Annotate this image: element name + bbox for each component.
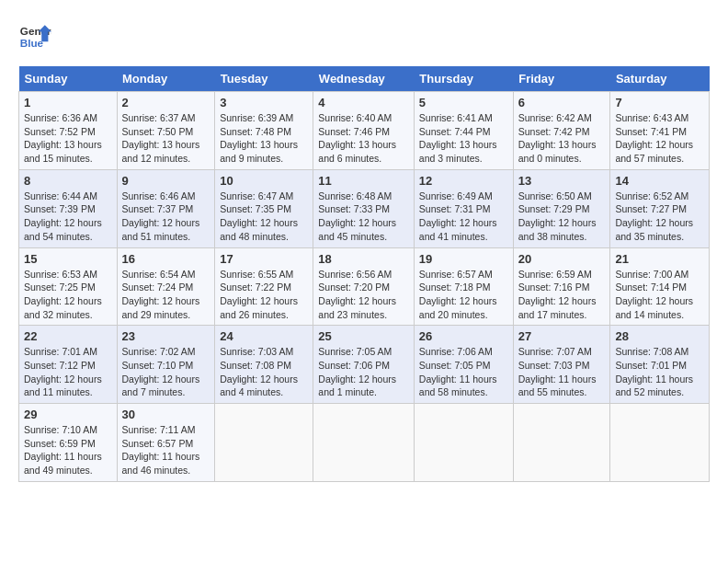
calendar-cell: 9Sunrise: 6:46 AM Sunset: 7:37 PM Daylig… bbox=[117, 169, 215, 247]
day-number: 4 bbox=[318, 96, 409, 109]
calendar-cell: 3Sunrise: 6:39 AM Sunset: 7:48 PM Daylig… bbox=[215, 92, 313, 170]
day-info: Sunrise: 7:06 AM Sunset: 7:05 PM Dayligh… bbox=[419, 345, 508, 399]
svg-text:Blue: Blue bbox=[20, 37, 44, 49]
day-number: 13 bbox=[518, 174, 606, 188]
day-number: 11 bbox=[318, 174, 409, 188]
column-header-wednesday: Wednesday bbox=[313, 66, 415, 92]
day-info: Sunrise: 7:01 AM Sunset: 7:12 PM Dayligh… bbox=[24, 345, 112, 399]
day-number: 1 bbox=[24, 96, 112, 109]
day-info: Sunrise: 6:52 AM Sunset: 7:27 PM Dayligh… bbox=[615, 190, 704, 244]
day-info: Sunrise: 6:47 AM Sunset: 7:35 PM Dayligh… bbox=[220, 190, 308, 244]
calendar-cell: 25Sunrise: 7:05 AM Sunset: 7:06 PM Dayli… bbox=[313, 326, 415, 404]
day-info: Sunrise: 6:39 AM Sunset: 7:48 PM Dayligh… bbox=[220, 111, 308, 166]
day-number: 18 bbox=[318, 252, 409, 266]
calendar-cell: 15Sunrise: 6:53 AM Sunset: 7:25 PM Dayli… bbox=[19, 247, 118, 326]
calendar-cell bbox=[610, 404, 710, 482]
column-header-monday: Monday bbox=[117, 66, 215, 92]
day-info: Sunrise: 6:57 AM Sunset: 7:18 PM Dayligh… bbox=[419, 268, 508, 322]
calendar-cell: 29Sunrise: 7:10 AM Sunset: 6:59 PM Dayli… bbox=[19, 404, 118, 482]
day-number: 29 bbox=[24, 408, 112, 421]
day-number: 27 bbox=[518, 329, 606, 343]
calendar-cell: 11Sunrise: 6:48 AM Sunset: 7:33 PM Dayli… bbox=[313, 169, 415, 247]
column-header-thursday: Thursday bbox=[414, 66, 513, 92]
calendar-cell bbox=[513, 404, 610, 482]
day-info: Sunrise: 6:48 AM Sunset: 7:33 PM Dayligh… bbox=[318, 190, 409, 244]
day-number: 5 bbox=[419, 96, 508, 109]
day-info: Sunrise: 7:08 AM Sunset: 7:01 PM Dayligh… bbox=[615, 345, 704, 399]
calendar-cell: 8Sunrise: 6:44 AM Sunset: 7:39 PM Daylig… bbox=[19, 169, 118, 247]
day-info: Sunrise: 6:54 AM Sunset: 7:24 PM Dayligh… bbox=[122, 268, 210, 322]
day-info: Sunrise: 6:49 AM Sunset: 7:31 PM Dayligh… bbox=[419, 190, 508, 244]
day-info: Sunrise: 7:00 AM Sunset: 7:14 PM Dayligh… bbox=[615, 268, 704, 322]
day-number: 19 bbox=[419, 252, 508, 266]
day-info: Sunrise: 6:55 AM Sunset: 7:22 PM Dayligh… bbox=[220, 268, 308, 322]
day-info: Sunrise: 7:02 AM Sunset: 7:10 PM Dayligh… bbox=[122, 345, 210, 399]
day-info: Sunrise: 7:07 AM Sunset: 7:03 PM Dayligh… bbox=[518, 345, 606, 399]
calendar-cell: 27Sunrise: 7:07 AM Sunset: 7:03 PM Dayli… bbox=[513, 326, 610, 404]
day-number: 26 bbox=[419, 329, 508, 343]
day-number: 6 bbox=[518, 96, 606, 109]
calendar-cell bbox=[414, 404, 513, 482]
day-number: 10 bbox=[220, 174, 308, 188]
calendar-cell: 5Sunrise: 6:41 AM Sunset: 7:44 PM Daylig… bbox=[414, 92, 513, 170]
calendar-cell: 12Sunrise: 6:49 AM Sunset: 7:31 PM Dayli… bbox=[414, 169, 513, 247]
page-header: General Blue bbox=[18, 18, 710, 52]
day-number: 3 bbox=[220, 96, 308, 109]
column-header-saturday: Saturday bbox=[610, 66, 710, 92]
calendar-cell: 6Sunrise: 6:42 AM Sunset: 7:42 PM Daylig… bbox=[513, 92, 610, 170]
day-number: 7 bbox=[615, 96, 704, 109]
calendar-cell: 20Sunrise: 6:59 AM Sunset: 7:16 PM Dayli… bbox=[513, 247, 610, 326]
calendar-cell: 10Sunrise: 6:47 AM Sunset: 7:35 PM Dayli… bbox=[215, 169, 313, 247]
logo-icon: General Blue bbox=[18, 18, 51, 52]
day-number: 15 bbox=[24, 252, 112, 266]
calendar-cell: 28Sunrise: 7:08 AM Sunset: 7:01 PM Dayli… bbox=[610, 326, 710, 404]
column-header-tuesday: Tuesday bbox=[215, 66, 313, 92]
calendar-cell: 2Sunrise: 6:37 AM Sunset: 7:50 PM Daylig… bbox=[117, 92, 215, 170]
day-number: 28 bbox=[615, 329, 704, 343]
calendar-cell: 18Sunrise: 6:56 AM Sunset: 7:20 PM Dayli… bbox=[313, 247, 415, 326]
day-number: 22 bbox=[24, 329, 112, 343]
day-info: Sunrise: 6:36 AM Sunset: 7:52 PM Dayligh… bbox=[24, 111, 112, 166]
day-number: 23 bbox=[122, 329, 210, 343]
day-info: Sunrise: 6:44 AM Sunset: 7:39 PM Dayligh… bbox=[24, 190, 112, 244]
day-info: Sunrise: 6:50 AM Sunset: 7:29 PM Dayligh… bbox=[518, 190, 606, 244]
calendar-cell: 24Sunrise: 7:03 AM Sunset: 7:08 PM Dayli… bbox=[215, 326, 313, 404]
day-info: Sunrise: 6:59 AM Sunset: 7:16 PM Dayligh… bbox=[518, 268, 606, 322]
day-info: Sunrise: 6:53 AM Sunset: 7:25 PM Dayligh… bbox=[24, 268, 112, 322]
day-number: 8 bbox=[24, 174, 112, 188]
calendar-cell: 23Sunrise: 7:02 AM Sunset: 7:10 PM Dayli… bbox=[117, 326, 215, 404]
day-number: 24 bbox=[220, 329, 308, 343]
day-number: 12 bbox=[419, 174, 508, 188]
day-info: Sunrise: 6:46 AM Sunset: 7:37 PM Dayligh… bbox=[122, 190, 210, 244]
calendar-cell: 26Sunrise: 7:06 AM Sunset: 7:05 PM Dayli… bbox=[414, 326, 513, 404]
calendar-cell: 19Sunrise: 6:57 AM Sunset: 7:18 PM Dayli… bbox=[414, 247, 513, 326]
calendar-cell: 22Sunrise: 7:01 AM Sunset: 7:12 PM Dayli… bbox=[19, 326, 118, 404]
day-info: Sunrise: 6:56 AM Sunset: 7:20 PM Dayligh… bbox=[318, 268, 409, 322]
logo: General Blue bbox=[18, 18, 51, 52]
week-row-1: 1Sunrise: 6:36 AM Sunset: 7:52 PM Daylig… bbox=[19, 92, 710, 170]
calendar-cell: 4Sunrise: 6:40 AM Sunset: 7:46 PM Daylig… bbox=[313, 92, 415, 170]
day-info: Sunrise: 6:37 AM Sunset: 7:50 PM Dayligh… bbox=[122, 111, 210, 166]
day-number: 20 bbox=[518, 252, 606, 266]
calendar-cell: 16Sunrise: 6:54 AM Sunset: 7:24 PM Dayli… bbox=[117, 247, 215, 326]
day-info: Sunrise: 7:11 AM Sunset: 6:57 PM Dayligh… bbox=[122, 423, 210, 477]
day-number: 2 bbox=[122, 96, 210, 109]
day-number: 14 bbox=[615, 174, 704, 188]
day-number: 17 bbox=[220, 252, 308, 266]
day-info: Sunrise: 6:43 AM Sunset: 7:41 PM Dayligh… bbox=[615, 111, 704, 166]
calendar-cell: 13Sunrise: 6:50 AM Sunset: 7:29 PM Dayli… bbox=[513, 169, 610, 247]
day-info: Sunrise: 7:05 AM Sunset: 7:06 PM Dayligh… bbox=[318, 345, 409, 399]
calendar-cell: 30Sunrise: 7:11 AM Sunset: 6:57 PM Dayli… bbox=[117, 404, 215, 482]
day-info: Sunrise: 6:41 AM Sunset: 7:44 PM Dayligh… bbox=[419, 111, 508, 166]
day-number: 16 bbox=[122, 252, 210, 266]
day-number: 25 bbox=[318, 329, 409, 343]
calendar-cell: 21Sunrise: 7:00 AM Sunset: 7:14 PM Dayli… bbox=[610, 247, 710, 326]
calendar-cell bbox=[215, 404, 313, 482]
calendar-cell: 14Sunrise: 6:52 AM Sunset: 7:27 PM Dayli… bbox=[610, 169, 710, 247]
calendar-header-row: SundayMondayTuesdayWednesdayThursdayFrid… bbox=[19, 66, 710, 92]
column-header-friday: Friday bbox=[513, 66, 610, 92]
day-info: Sunrise: 7:10 AM Sunset: 6:59 PM Dayligh… bbox=[24, 423, 112, 477]
week-row-2: 8Sunrise: 6:44 AM Sunset: 7:39 PM Daylig… bbox=[19, 169, 710, 247]
day-info: Sunrise: 6:42 AM Sunset: 7:42 PM Dayligh… bbox=[518, 111, 606, 166]
week-row-4: 22Sunrise: 7:01 AM Sunset: 7:12 PM Dayli… bbox=[19, 326, 710, 404]
